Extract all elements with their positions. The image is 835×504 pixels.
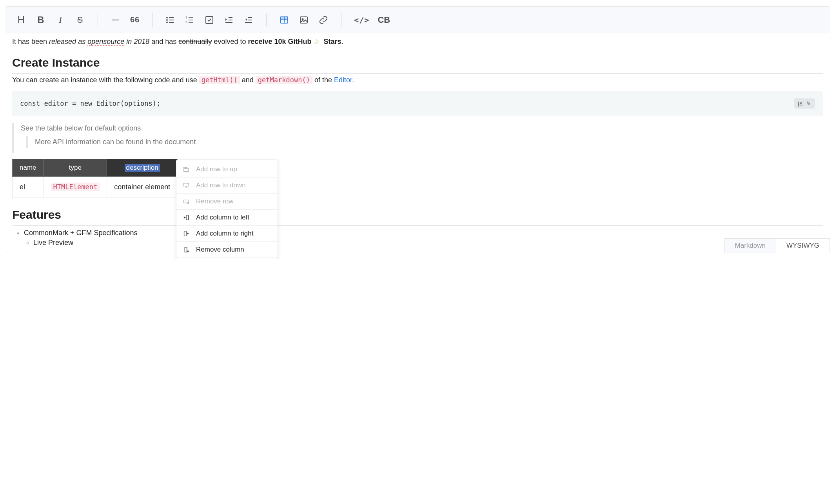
heading-features[interactable]: Features [12, 208, 823, 226]
th-type[interactable]: type [44, 159, 107, 177]
ul-button[interactable] [161, 11, 179, 29]
context-menu-item[interactable]: Align column to left [176, 258, 278, 259]
task-button[interactable] [200, 11, 218, 29]
context-menu-item: Add row to up [176, 161, 278, 178]
toolbar-separator [341, 13, 341, 27]
list-item[interactable]: Live Preview [33, 239, 823, 247]
svg-point-5 [167, 22, 167, 23]
link-button[interactable] [314, 11, 332, 29]
toolbar-separator [266, 13, 267, 27]
ol-button[interactable]: 1 2 [181, 11, 199, 29]
image-button[interactable] [295, 11, 313, 29]
context-menu-label: Add row to down [196, 181, 246, 189]
svg-rect-31 [184, 200, 189, 203]
svg-rect-22 [281, 17, 288, 19]
svg-point-24 [302, 18, 303, 20]
bold-button[interactable]: B [32, 11, 50, 29]
svg-rect-37 [184, 231, 186, 236]
context-menu-label: Remove row [196, 198, 233, 205]
tab-markdown[interactable]: Markdown [725, 239, 776, 253]
svg-rect-34 [186, 215, 188, 220]
th-name[interactable]: name [13, 159, 44, 177]
mode-tabs: Markdown WYSIWYG [724, 238, 830, 253]
options-table[interactable]: name type description el HTMLElement con… [12, 159, 178, 198]
context-menu-label: Add row to up [196, 165, 237, 173]
cell-type[interactable]: HTMLElement [44, 177, 107, 198]
svg-text:1: 1 [185, 16, 187, 19]
table-header-row[interactable]: name type description [13, 159, 178, 177]
features-list[interactable]: CommonMark + GFM Specifications Live Pre… [12, 229, 823, 247]
editor-container: H B I S 66 1 2 [5, 6, 830, 253]
list-item[interactable]: CommonMark + GFM Specifications Live Pre… [24, 229, 823, 247]
svg-text:2: 2 [185, 20, 187, 24]
table-button[interactable] [275, 11, 293, 29]
context-menu-label: Remove column [196, 246, 244, 254]
strike-button[interactable]: S [71, 11, 89, 29]
svg-rect-40 [185, 247, 187, 252]
context-menu-item[interactable]: Add column to left [176, 210, 278, 226]
blockquote-inner[interactable]: More API information can be found in the… [26, 136, 823, 148]
context-menu-label: Add column to right [196, 230, 253, 237]
th-description[interactable]: description [107, 159, 178, 177]
quote-button[interactable]: 66 [126, 11, 143, 29]
pencil-icon: ✎ [806, 100, 811, 107]
tab-wysiwyg[interactable]: WYSIWYG [776, 239, 830, 253]
row-down-icon [183, 182, 191, 189]
table-context-menu: Add row to upAdd row to downRemove rowAd… [176, 160, 278, 259]
svg-point-1 [167, 17, 167, 18]
hr-button[interactable] [107, 11, 125, 29]
col-del-icon [183, 246, 191, 253]
context-menu-label: Add column to left [196, 214, 249, 221]
editor-content[interactable]: It has been released as opensource in 20… [5, 33, 830, 253]
italic-button[interactable]: I [51, 11, 69, 29]
context-menu-item[interactable]: Add column to right [176, 226, 278, 242]
svg-rect-25 [184, 169, 189, 171]
code-button[interactable]: </> [350, 11, 373, 29]
code-block[interactable]: const editor = new Editor(options); js ✎ [12, 91, 823, 116]
cell-name[interactable]: el [13, 177, 44, 198]
outdent-button[interactable] [240, 11, 258, 29]
svg-point-3 [167, 20, 167, 20]
star-icon: ☆ [314, 38, 320, 45]
heading-button[interactable]: H [12, 11, 30, 29]
codeblock-button[interactable]: CB [375, 11, 393, 29]
toolbar: H B I S 66 1 2 [5, 7, 830, 33]
code-language-badge[interactable]: js ✎ [794, 98, 815, 109]
table-row[interactable]: el HTMLElement container element [13, 177, 178, 198]
create-instance-paragraph[interactable]: You can create an instance with the foll… [12, 76, 823, 84]
indent-button[interactable] [220, 11, 238, 29]
editor-link[interactable]: Editor [334, 76, 352, 84]
heading-create-instance[interactable]: Create Instance [12, 56, 823, 74]
col-right-icon [183, 230, 191, 237]
blockquote-outer[interactable]: See the table below for default options … [12, 123, 823, 153]
col-left-icon [183, 214, 191, 221]
row-up-icon [183, 166, 191, 173]
cell-description[interactable]: container element [107, 177, 178, 198]
intro-paragraph[interactable]: It has been released as opensource in 20… [12, 37, 823, 46]
toolbar-separator [152, 13, 152, 27]
context-menu-item: Remove row [176, 194, 278, 210]
svg-rect-28 [184, 183, 189, 186]
toolbar-separator [98, 13, 98, 27]
svg-rect-12 [206, 16, 213, 24]
row-del-icon [183, 198, 191, 205]
context-menu-item: Add row to down [176, 178, 278, 194]
context-menu-item[interactable]: Remove column [176, 242, 278, 258]
